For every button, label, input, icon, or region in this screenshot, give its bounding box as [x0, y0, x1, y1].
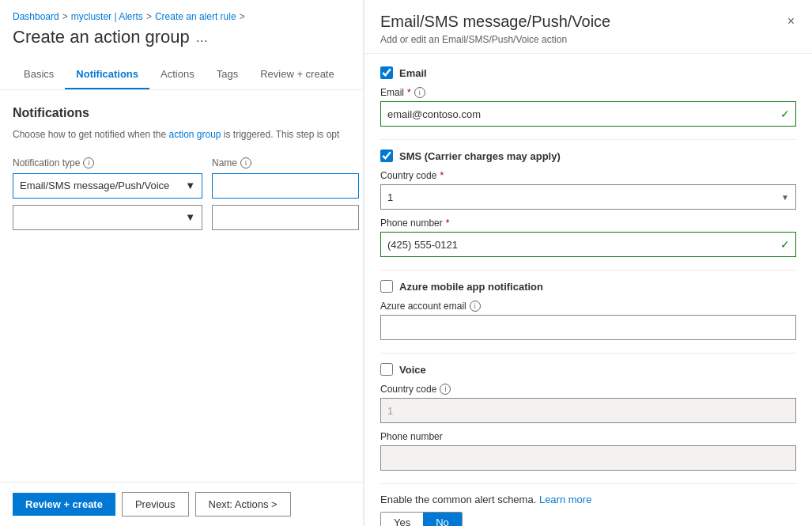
email-info-icon[interactable]: i: [414, 87, 425, 98]
tab-review-create[interactable]: Review + create: [249, 60, 346, 89]
email-checkbox-row: Email: [380, 66, 796, 79]
table-header: Notification type i Name i: [13, 157, 350, 168]
sms-checkbox-row: SMS (Carrier charges may apply): [380, 149, 796, 162]
alert-schema-label: Enable the common alert schema. Learn mo…: [380, 494, 796, 505]
voice-section: Voice Country code i Phone number: [380, 363, 796, 471]
tabs-row: Basics Notifications Actions Tags Review…: [0, 60, 363, 90]
section-title: Notifications: [13, 106, 350, 120]
flyout-subtitle: Add or edit an Email/SMS/Push/Voice acti…: [380, 34, 610, 45]
phone-valid-icon: ✓: [780, 238, 790, 251]
country-code-chevron: ▼: [781, 193, 789, 202]
phone-label: Phone number *: [380, 218, 796, 229]
country-code-select[interactable]: 1 ▼: [380, 184, 796, 210]
table-row-empty: ▼: [13, 205, 350, 230]
flyout-panel: Email/SMS message/Push/Voice Add or edit…: [364, 0, 812, 526]
sms-section: SMS (Carrier charges may apply) Country …: [380, 149, 796, 257]
breadcrumb-dashboard[interactable]: Dashboard: [13, 11, 59, 22]
tab-notifications[interactable]: Notifications: [65, 60, 149, 89]
phone-input-wrapper: ✓: [380, 232, 796, 257]
page-title: Create an action group: [13, 27, 190, 47]
sms-checkbox-label: SMS (Carrier charges may apply): [399, 150, 561, 162]
tab-tags[interactable]: Tags: [206, 60, 249, 89]
notification-name-input[interactable]: [212, 173, 359, 199]
toggle-group: Yes No: [380, 512, 463, 526]
breadcrumb: Dashboard > mycluster | Alerts > Create …: [0, 0, 363, 27]
page-title-menu[interactable]: ...: [196, 29, 208, 46]
divider-4: [380, 483, 796, 484]
voice-checkbox-label: Voice: [399, 364, 426, 376]
azure-app-checkbox-label: Azure mobile app notification: [399, 281, 543, 293]
azure-email-field: Azure account email i: [380, 301, 796, 340]
next-actions-button[interactable]: Next: Actions >: [195, 492, 291, 517]
divider-1: [380, 139, 796, 140]
flyout-header: Email/SMS message/Push/Voice Add or edit…: [364, 0, 812, 54]
email-valid-icon: ✓: [780, 108, 790, 120]
email-field-group: Email * i ✓: [380, 87, 796, 127]
email-label: Email * i: [380, 87, 796, 98]
page-title-row: Create an action group ...: [0, 27, 363, 60]
azure-email-input[interactable]: [380, 315, 796, 340]
review-create-button[interactable]: Review + create: [13, 493, 115, 516]
action-group-link[interactable]: action group: [168, 129, 221, 140]
section-desc: Choose how to get notified when the acti…: [13, 128, 350, 142]
azure-app-checkbox[interactable]: [380, 280, 393, 293]
email-input-wrapper: ✓: [380, 101, 796, 127]
voice-country-code-label: Country code i: [380, 384, 796, 395]
col-type-label: Notification type: [13, 157, 80, 168]
voice-country-code-info-icon[interactable]: i: [440, 384, 451, 395]
notification-name-input-2[interactable]: [212, 205, 359, 230]
alert-schema-section: Enable the common alert schema. Learn mo…: [380, 494, 796, 526]
divider-2: [380, 270, 796, 271]
breadcrumb-create-alert[interactable]: Create an alert rule: [155, 11, 236, 22]
breadcrumb-mycluster[interactable]: mycluster | Alerts: [71, 11, 143, 22]
bottom-bar: Review + create Previous Next: Actions >: [0, 482, 363, 526]
email-required: *: [407, 87, 411, 98]
toggle-no-button[interactable]: No: [423, 513, 462, 526]
notification-type-chevron: ▼: [185, 180, 195, 191]
divider-3: [380, 353, 796, 354]
flyout-close-button[interactable]: ×: [786, 13, 796, 30]
notification-type-select[interactable]: Email/SMS message/Push/Voice ▼: [13, 173, 202, 199]
country-code-value: 1: [387, 191, 393, 203]
flyout-content: Email Email * i ✓: [364, 54, 812, 526]
sms-checkbox[interactable]: [380, 149, 393, 162]
flyout-title: Email/SMS message/Push/Voice: [380, 13, 610, 31]
notification-type-chevron-2: ▼: [185, 211, 195, 223]
notifications-content: Notifications Choose how to get notified…: [0, 90, 363, 482]
voice-phone-label: Phone number: [380, 431, 796, 442]
voice-country-code-field: Country code i: [380, 384, 796, 423]
voice-checkbox-row: Voice: [380, 363, 796, 376]
toggle-yes-button[interactable]: Yes: [381, 513, 423, 526]
tab-basics[interactable]: Basics: [13, 60, 65, 89]
email-input[interactable]: [380, 101, 796, 127]
notification-type-value: Email/SMS message/Push/Voice: [20, 180, 169, 191]
notification-type-info-icon[interactable]: i: [83, 157, 94, 168]
tab-actions[interactable]: Actions: [149, 60, 206, 89]
previous-button[interactable]: Previous: [122, 492, 189, 517]
azure-app-section: Azure mobile app notification Azure acco…: [380, 280, 796, 340]
azure-app-checkbox-row: Azure mobile app notification: [380, 280, 796, 293]
email-section: Email Email * i ✓: [380, 66, 796, 127]
email-checkbox[interactable]: [380, 66, 393, 79]
azure-email-info-icon[interactable]: i: [470, 301, 481, 312]
voice-phone-input[interactable]: [380, 445, 796, 471]
phone-required: *: [446, 218, 450, 229]
country-code-required: *: [440, 170, 444, 181]
name-info-icon[interactable]: i: [240, 157, 251, 168]
notification-type-select-2[interactable]: ▼: [13, 205, 202, 230]
phone-input[interactable]: [380, 232, 796, 257]
voice-country-code-input[interactable]: [380, 398, 796, 423]
table-row: Email/SMS message/Push/Voice ▼: [13, 173, 350, 199]
voice-phone-field: Phone number: [380, 431, 796, 471]
email-checkbox-label: Email: [399, 67, 427, 79]
country-code-field: Country code * 1 ▼: [380, 170, 796, 210]
col-name-label: Name: [212, 157, 237, 168]
learn-more-link[interactable]: Learn more: [539, 494, 591, 505]
phone-field: Phone number * ✓: [380, 218, 796, 257]
azure-email-label: Azure account email i: [380, 301, 796, 312]
country-code-label: Country code *: [380, 170, 796, 181]
voice-checkbox[interactable]: [380, 363, 393, 376]
